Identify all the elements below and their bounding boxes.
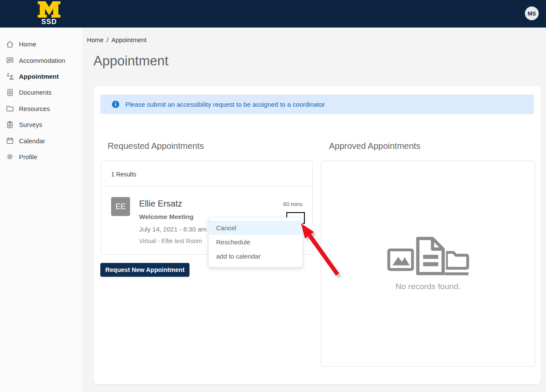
- sidebar-item-label: Profile: [19, 153, 37, 161]
- page-title: Appointment: [93, 53, 168, 69]
- sidebar-item-resources[interactable]: Resources: [0, 101, 82, 117]
- sidebar-item-surveys[interactable]: Surveys: [0, 117, 82, 133]
- breadcrumb-current: Appointment: [112, 37, 146, 43]
- approved-appointments-card: No records found.: [321, 161, 535, 367]
- request-new-appointment-button[interactable]: Request New Appointment: [100, 263, 189, 277]
- clipboard-icon: [6, 120, 14, 129]
- calendar-icon: [6, 136, 14, 145]
- info-banner: Please submit an accessibility request t…: [100, 95, 534, 114]
- sidebar-item-label: Documents: [19, 89, 52, 96]
- home-icon: [6, 40, 14, 49]
- appointment-location: Virtual - Ellie test Room: [139, 238, 202, 244]
- divider: [101, 186, 312, 187]
- sidebar-item-accommodation[interactable]: Accommodation: [0, 52, 82, 68]
- no-records-icon: [385, 232, 471, 280]
- document-icon: [6, 88, 14, 97]
- appointment-duration: 60 mins: [283, 201, 303, 207]
- results-count: 1 Results: [111, 171, 136, 178]
- sidebar-item-label: Appointment: [19, 73, 59, 80]
- appointment-meeting-type: Welcome Meeting: [139, 213, 193, 220]
- context-menu: Cancel Reschedule add to calendar: [208, 217, 303, 267]
- requested-appointments-heading: Requested Appointments: [108, 141, 204, 151]
- sidebar-item-label: Surveys: [19, 121, 42, 128]
- sidebar-item-calendar[interactable]: Calendar: [0, 133, 82, 148]
- banner-text: Please submit an accessibility request t…: [125, 101, 325, 108]
- comment-icon: [6, 56, 14, 65]
- sidebar-item-appointment[interactable]: Appointment: [0, 68, 82, 84]
- sidebar-item-label: Resources: [19, 105, 50, 112]
- folder-icon: [6, 104, 14, 113]
- sidebar-item-home[interactable]: Home: [0, 36, 82, 52]
- top-header: SSD MS: [0, 0, 546, 28]
- info-icon: [112, 101, 119, 108]
- app: SSD MS Home Accommodation: [0, 0, 546, 392]
- gear-icon: [6, 152, 14, 161]
- breadcrumb-home[interactable]: Home: [87, 37, 104, 43]
- user-avatar[interactable]: MS: [525, 6, 539, 20]
- breadcrumb-separator: /: [107, 37, 109, 43]
- sidebar: Home Accommodation Appointment: [0, 28, 82, 392]
- menu-item-cancel[interactable]: Cancel: [209, 221, 302, 235]
- sidebar-item-documents[interactable]: Documents: [0, 84, 82, 100]
- sidebar-item-label: Calendar: [19, 137, 45, 145]
- approved-appointments-heading: Approved Appointments: [329, 141, 420, 151]
- content-card: Please submit an accessibility request t…: [93, 86, 541, 384]
- people-icon: [6, 72, 14, 80]
- logo-text: SSD: [37, 18, 61, 26]
- appointment-datetime: July 14, 2021 - 8:30 am: [139, 225, 207, 233]
- appointment-name: Ellie Ersatz: [139, 199, 182, 209]
- breadcrumb: Home / Appointment: [87, 37, 146, 43]
- sidebar-item-profile[interactable]: Profile: [0, 149, 82, 165]
- sidebar-item-label: Home: [19, 40, 36, 48]
- app-logo[interactable]: SSD: [37, 1, 61, 26]
- appointment-avatar: EE: [111, 197, 130, 216]
- menu-item-add-to-calendar[interactable]: add to calendar: [209, 249, 302, 263]
- sidebar-item-label: Accommodation: [19, 57, 65, 64]
- no-records-text: No records found.: [395, 282, 460, 291]
- michigan-m-icon: [37, 1, 61, 18]
- menu-item-reschedule[interactable]: Reschedule: [209, 235, 302, 249]
